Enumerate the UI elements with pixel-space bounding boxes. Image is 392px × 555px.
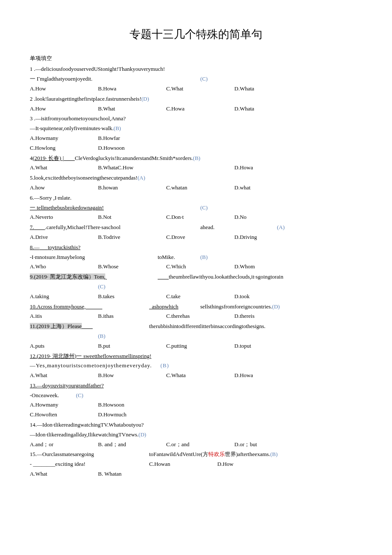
q4-opt-a: A.What	[30, 163, 98, 172]
q8-opt-d: D.Whom	[234, 262, 303, 271]
q10-opt-b: B.ithas	[98, 312, 166, 321]
q11-opt-d: D.toput	[234, 342, 303, 351]
q11-opt-c: C.putting	[166, 342, 234, 351]
q8-opt-a: A.Who	[30, 262, 98, 271]
q3-opt-b: B.Howfar	[98, 134, 166, 143]
q12-text: 一 sweettheflowerssmellinspring!	[76, 353, 151, 359]
q5-opt-c: C.whatan	[166, 183, 234, 192]
q8-line2b: toMike.	[158, 253, 200, 262]
q9-answer: (C)	[98, 283, 105, 290]
q1-text: .—deliciousfoodyouservedUStonight!Thanky…	[33, 66, 165, 72]
q14-line2: —Idon·tlikereadingallday,IlikewatchingTV…	[30, 431, 138, 438]
question-7: 7. .carefully,Michael!There·saschool ahe…	[30, 223, 362, 242]
q8-opt-c: C.Which	[166, 262, 234, 271]
q10-opt-a: A.itis	[30, 312, 98, 321]
q15-line1: 15.—Ourclassmatesaregoing	[30, 450, 149, 459]
question-6: 6.—Sorry ,I·mlate. 一 tellmethebusbrokedo…	[30, 194, 362, 222]
q8-opt-b: B.Whose	[98, 262, 166, 271]
q10-opt-c: C.therehas	[166, 312, 234, 321]
q10-prefix: 10.Across frommyhouse,	[30, 303, 86, 310]
q3-answer: (B)	[114, 125, 121, 131]
q15-answer: (B)	[270, 451, 277, 457]
q9-opt-d: D.took	[234, 292, 303, 301]
q15-line1b: toFantawildAdVentUre(方	[149, 451, 208, 457]
q9-text: theumbrellawithyou.lookattheclouds,it·sg…	[169, 273, 283, 280]
q10-answer: (D)	[272, 302, 280, 311]
section-header: 单项填空	[30, 54, 362, 63]
q10-opt-d: D.thereis	[234, 312, 303, 321]
q7-opt-b: B.Todrive	[98, 233, 166, 242]
q5-text: 5.look,excitedtheboyisonseeingthesecutep…	[30, 174, 138, 181]
q1-opt-c: C.What	[166, 84, 234, 93]
q8-blank	[40, 244, 48, 250]
q4-opt-b: B.WhataC.How	[98, 163, 234, 172]
q1-opt-d: D.Whata	[234, 84, 303, 93]
q9-opt-a: A.taking	[30, 292, 98, 301]
q14-opt-d: D.or；but	[234, 440, 303, 449]
q13-opt-a: A.Howmany	[30, 401, 98, 410]
q9-blank	[158, 273, 169, 280]
q12-answer: (B)	[161, 362, 169, 369]
q1-opt-a: A.How	[30, 84, 98, 93]
q7-blank	[34, 224, 45, 230]
q14-line1: 14.—Idon·tlikereadingwatchingTV.Whatabou…	[30, 421, 144, 428]
q7-text: .carefully,Michael!There·saschool	[45, 224, 121, 230]
q4-blank	[64, 155, 75, 161]
q8-text: toytruckisthis?	[48, 244, 81, 250]
q6-answer: (C)	[200, 203, 208, 212]
question-1: 1 .—deliciousfoodyouservedUStonight!Than…	[30, 65, 362, 93]
q7-text-b: ahead.	[200, 223, 277, 232]
q12-opt-a: A.What	[30, 371, 98, 380]
q10-text-b: sellsthingsfromforeigncountries.	[200, 302, 272, 311]
q13-opt-b: B.Howsoon	[98, 401, 166, 410]
q9-src: 9.(2019· 黑龙江龙东改编）Tom,	[30, 273, 105, 280]
question-2: 2 .look!lauraisgettingthefirstplace.fast…	[30, 95, 362, 113]
question-4: 4(2019· 长春) | CleVerdogluckyis!Itcanunde…	[30, 154, 362, 173]
q15-opt-b: B. Whatan	[98, 470, 166, 479]
q13-line2: -Onceaweek.	[30, 392, 59, 398]
q13-answer: (C)	[76, 392, 83, 398]
q3-opt-c: C.Howlong	[30, 144, 98, 153]
q2-opt-d: D.Whata	[234, 105, 303, 113]
q5-answer: (A)	[138, 174, 145, 181]
q12-line2: —Yes,manytouristscometoenjoythemeveryday…	[30, 362, 152, 369]
question-9: 9.(2019· 黑龙江龙东改编）Tom, theumbrellawithyou…	[30, 273, 362, 301]
question-3: 3 .—isitfromyourhometoyourschool,Anna? —…	[30, 114, 362, 152]
q2-opt-a: A.How	[30, 105, 98, 113]
q1-answer: (C)	[200, 75, 208, 84]
q11-src: 11.(2019 上海）Please	[30, 323, 82, 329]
q11-text: therubbishintodifferentlitterbinsaccordi…	[149, 322, 265, 331]
question-13: 13.—doyouvisityourgrandfather? -Onceawee…	[30, 381, 362, 419]
q10-text: _ashopwhich	[149, 303, 179, 310]
q12-src: 12.(2019· 湖北随州)	[30, 353, 76, 359]
q1-opt-b: B.Howa	[98, 84, 166, 93]
q15-line2: - ________exciting idea!	[30, 460, 149, 469]
q6-opt-d: D.No	[234, 213, 303, 222]
q15-line1d: 世界)aftertheexams.	[225, 451, 270, 457]
q2-text: .look!lauraisgettingthefirstplace.fastru…	[33, 96, 141, 102]
q5-opt-a: A.how	[30, 183, 98, 192]
q3-line2: —It·squitenear,onlyfiveminutes·walk.	[30, 125, 114, 131]
q12-opt-c: C.Whata	[166, 371, 234, 380]
q12-opt-d: D.Howa	[234, 371, 303, 380]
q14-opt-c: C.or；and	[166, 440, 234, 449]
q8-prefix: 8.—	[30, 244, 40, 250]
q7-prefix: 7.	[30, 224, 34, 230]
q6-opt-a: A.Neverto	[30, 213, 98, 222]
q4-text: CleVerdogluckyis!ItcanunderstandMr.Smith…	[75, 155, 193, 161]
q6-line1: 6.—Sorry ,I·mlate.	[30, 195, 72, 201]
q8-answer: (B)	[200, 253, 208, 262]
q12-opt-b: B.How	[98, 371, 166, 380]
q4-answer: (B)	[193, 155, 200, 161]
q1-line2: 一 Γmgladthatyouenjoyedit.	[30, 75, 200, 84]
q14-answer: (D)	[138, 431, 146, 438]
question-15: 15.—Ourclassmatesaregoing toFantawildAdV…	[30, 450, 362, 478]
q2-opt-b: B.What	[98, 105, 166, 113]
q13-opt-d: D.Howmuch	[98, 410, 166, 419]
q4-opt-d: D.Howa	[234, 163, 303, 172]
q5-opt-b: B.howan	[98, 183, 166, 192]
question-14: 14.—Idon·tlikereadingwatchingTV.Whatabou…	[30, 421, 362, 449]
q6-opt-c: C.Don·t	[166, 213, 234, 222]
question-5: 5.look,excitedtheboyisonseeingthesecutep…	[30, 174, 362, 192]
q9-opt-b: B.takes	[98, 292, 166, 301]
